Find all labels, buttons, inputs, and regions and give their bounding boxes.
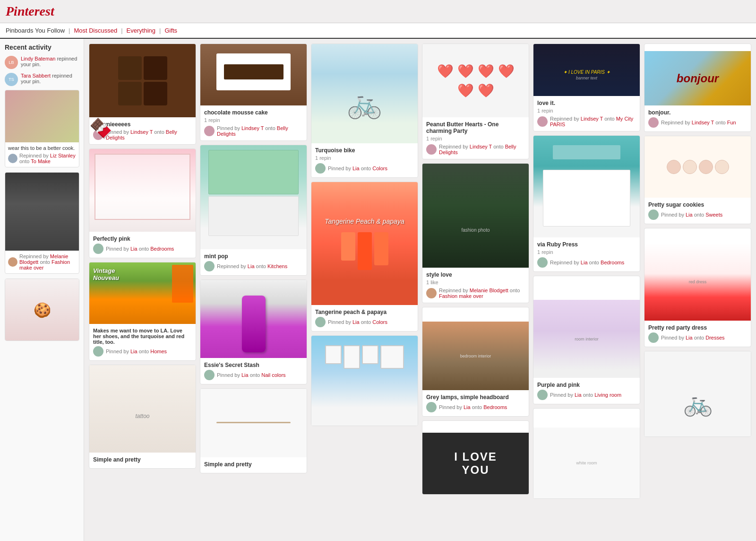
board-link[interactable]: Dresses (705, 335, 724, 340)
pin-image[interactable] (89, 44, 196, 117)
pinner-link[interactable]: Lia (581, 260, 588, 265)
pin-image[interactable]: tattoo (89, 365, 196, 453)
pin-image[interactable]: VintageNouveau (89, 262, 196, 324)
gifts-link[interactable]: Gifts (164, 27, 177, 34)
pin-card: Tangerine Peach & papaya Tangerine peach… (311, 182, 418, 332)
pin-card: brownieeeees Pinned by Lindsey T onto Be… (89, 44, 196, 145)
pinner-link[interactable]: Lia (352, 319, 360, 325)
pin-avatar (648, 209, 659, 220)
sidebar-pin-title: wear this to be a better cook. (8, 145, 76, 151)
header: Pinterest (0, 0, 756, 23)
board-link[interactable]: Bedrooms (483, 404, 507, 410)
pinner-link[interactable]: Lia (248, 263, 255, 269)
pin-card: Perfectly pink Pinned by Lia onto Bedroo… (89, 148, 196, 258)
pin-image[interactable]: 🚲 (644, 351, 751, 436)
pinner-link[interactable]: Lia (130, 349, 137, 354)
separator1: | (69, 27, 70, 34)
pinner-link[interactable]: Lindsey T (581, 116, 603, 122)
pinner-link[interactable]: Lia (686, 335, 693, 340)
board-link[interactable]: Sweets (705, 212, 722, 218)
pinner-link[interactable]: Lindsey T (130, 129, 153, 135)
pin-image[interactable]: ❤️ ❤️ ❤️ ❤️ ❤️ ❤️ (422, 44, 529, 117)
pin-image[interactable]: room interior (533, 300, 640, 378)
pin-card: 🚲 Turquoise bike 1 repin Pinned by Lia o… (311, 44, 418, 178)
pin-image[interactable] (89, 149, 196, 232)
board-link[interactable]: To Make (31, 158, 51, 164)
pin-meta-text: Repinned by Lindsey T onto My City PARIS (550, 116, 636, 127)
board-link[interactable]: Colors (372, 319, 387, 325)
sidebar-pin-image[interactable]: 🍪 (5, 279, 79, 340)
pinner-link[interactable]: Lindsey T (470, 144, 492, 149)
pin-meta-text: Pinned by Lia onto Homes (106, 349, 167, 354)
logo[interactable]: Pinterest (6, 4, 750, 19)
pin-avatar (93, 244, 103, 254)
pin-meta-text: Repinned by Lia onto Bedrooms (550, 260, 624, 265)
pin-image[interactable]: ✦ I LOVE IN PARIS ✦ banner text (533, 44, 640, 96)
avatar: TS (5, 73, 18, 86)
board-link[interactable]: Homes (150, 349, 167, 354)
everything-link[interactable]: Everything (127, 27, 155, 34)
pin-card: 🚲 (644, 351, 751, 437)
sidebar: Recent activity LB Lindy Bateman repinne… (0, 39, 84, 541)
pinner-link[interactable]: Lia (241, 372, 249, 378)
board-link[interactable]: Nail colors (261, 372, 285, 378)
pin-image[interactable]: white room (533, 428, 640, 498)
pin-title: Purple and pink (537, 382, 636, 388)
sidebar-pin: Repinned by Melanie Blodgett onto Fashio… (5, 172, 79, 274)
repin-meta: Repinned by Melanie Blodgett onto Fashio… (19, 253, 76, 270)
pin-avatar (204, 126, 215, 136)
pinner-link[interactable]: Lia (686, 212, 693, 218)
most-discussed-link[interactable]: Most Discussed (74, 27, 117, 34)
board-link[interactable]: Bedrooms (601, 260, 624, 265)
board-link[interactable]: Kitchens (267, 263, 287, 269)
board-link[interactable]: Fashion make over (439, 293, 483, 299)
mini-avatar (8, 154, 17, 163)
pin-image[interactable]: I LOVEYOU (422, 433, 529, 494)
pin-avatar (315, 163, 326, 174)
pin-column-2: chocolate mousse cake 1 repin Pinned by … (200, 44, 307, 473)
board-link[interactable]: Colors (372, 166, 387, 171)
pin-image[interactable]: Tangerine Peach & papaya (311, 182, 418, 305)
pin-meta-text: Pinned by Lindsey T onto Belly Delights (217, 125, 303, 137)
pin-avatar (537, 257, 548, 268)
pin-card: mint pop Repinned by Lia onto Kitchens (200, 145, 307, 276)
pinner-link[interactable]: Lia (352, 166, 360, 171)
pin-image[interactable] (311, 336, 418, 426)
pinner-link[interactable]: Lia (464, 404, 471, 410)
board-link[interactable]: Bedrooms (150, 246, 174, 252)
pin-meta-text: Repinned by Lia onto Kitchens (217, 263, 287, 269)
pin-image[interactable] (200, 280, 307, 358)
pinner-link[interactable]: Lia (130, 246, 137, 252)
pinner-link[interactable]: Lia (575, 392, 582, 398)
sidebar-pin-image[interactable] (5, 173, 79, 251)
board-link[interactable]: Fun (727, 120, 736, 125)
pin-image[interactable] (533, 136, 640, 237)
pin-image[interactable]: fashion photo (422, 164, 529, 268)
user-link[interactable]: Liz Stanley (50, 153, 76, 158)
pin-image[interactable] (200, 44, 307, 105)
recent-activity-heading: Recent activity (5, 44, 79, 51)
content-area: brownieeeees Pinned by Lindsey T onto Be… (84, 39, 756, 541)
pin-image[interactable] (644, 136, 751, 198)
sidebar-pin-image[interactable] (5, 90, 79, 142)
pinner-link[interactable]: Melanie Blodgett (470, 288, 508, 293)
pin-avatar (426, 402, 437, 412)
pin-meta-text: Repinned by Melanie Blodgett onto Fashio… (439, 288, 525, 299)
board-link[interactable]: Living room (594, 392, 621, 398)
activity-item: LB Lindy Bateman repinned your pin. (5, 56, 79, 69)
avatar: LB (5, 56, 18, 69)
pin-image[interactable]: bonjour (644, 51, 751, 105)
pinner-link[interactable]: Lindsey T (241, 125, 264, 131)
pin-title: Simple and pretty (93, 456, 192, 463)
main-layout: Recent activity LB Lindy Bateman repinne… (0, 39, 756, 541)
pin-image[interactable]: red dress (644, 243, 751, 321)
pin-column-1: brownieeeees Pinned by Lindsey T onto Be… (89, 44, 196, 469)
pin-image[interactable]: 🚲 (311, 44, 418, 143)
pinner-link[interactable]: Lindsey T (692, 120, 714, 125)
pin-card: tattoo Simple and pretty (89, 365, 196, 469)
pin-image[interactable]: bedroom interior (422, 322, 529, 390)
pin-image[interactable] (200, 145, 307, 249)
activity-user-link[interactable]: Tara Sabbert (21, 73, 51, 79)
pin-image[interactable] (200, 389, 307, 457)
activity-user-link[interactable]: Lindy Bateman (21, 56, 55, 61)
